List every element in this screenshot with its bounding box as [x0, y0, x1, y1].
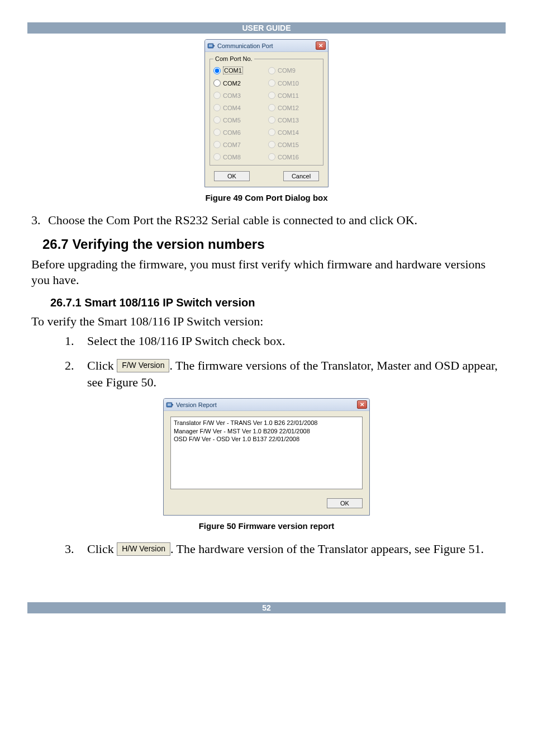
section-heading-26-7-1: 26.7.1 Smart 108/116 IP Switch version [50, 296, 502, 309]
version-text-area: Translator F/W Ver - TRANS Ver 1.0 B26 2… [170, 417, 363, 489]
comport-group: Com Port No. COM1COM9COM2COM10COM3COM11C… [210, 55, 323, 166]
app-icon [207, 42, 215, 50]
close-icon[interactable]: ✕ [357, 400, 367, 409]
comport-radio-input[interactable] [213, 67, 221, 74]
page-header: USER GUIDE [27, 22, 506, 34]
svg-rect-5 [172, 404, 173, 405]
list-item-text: Click H/W Version. The hardware version … [87, 541, 484, 557]
comport-label: COM5 [223, 117, 241, 124]
list-number: 1. [65, 333, 77, 349]
comport-radio-input [268, 153, 275, 160]
comport-radio-com2[interactable]: COM2 [213, 79, 265, 87]
list-number: 3. [31, 212, 42, 229]
comport-label: COM13 [278, 117, 299, 124]
figure-caption-50: Figure 50 Firmware version report [31, 521, 502, 531]
comport-radio-com4: COM4 [213, 104, 265, 111]
comport-label: COM8 [223, 154, 241, 160]
comport-radio-input[interactable] [213, 79, 221, 87]
svg-rect-7 [168, 405, 171, 405]
comport-radio-input [268, 129, 275, 136]
comport-radio-com1[interactable]: COM1 [213, 67, 265, 74]
svg-rect-1 [213, 45, 215, 46]
comport-label: COM10 [278, 80, 299, 87]
comport-radio-input [213, 104, 221, 111]
figure-caption-49: Figure 49 Com Port Dialog box [31, 193, 502, 202]
body-text: Before upgrading the firmware, you must … [31, 257, 502, 289]
comport-radio-com10: COM10 [268, 79, 320, 87]
comport-radio-com13: COM13 [268, 116, 320, 124]
comport-dialog: Communication Port ✕ Com Port No. COM1CO… [204, 39, 329, 187]
text-fragment: . The hardware version of the Translator… [170, 542, 484, 556]
comport-radio-input [268, 141, 275, 148]
comport-label: COM7 [223, 141, 241, 148]
comport-radio-input [268, 116, 275, 124]
comport-radio-com15: COM15 [268, 141, 320, 148]
section-heading-26-7: 26.7 Verifying the version numbers [42, 237, 502, 252]
ok-button[interactable]: OK [214, 171, 250, 181]
list-number: 2. [65, 357, 77, 374]
comport-label: COM4 [223, 105, 241, 111]
body-text: Choose the Com Port the RS232 Serial cab… [48, 212, 417, 229]
comport-radio-com5: COM5 [213, 116, 265, 124]
comport-radio-input [268, 92, 275, 99]
comport-radio-input [213, 141, 221, 148]
dialog-titlebar: Communication Port ✕ [205, 40, 328, 52]
page-footer: 52 [27, 602, 506, 613]
version-report-dialog: Version Report ✕ Translator F/W Ver - TR… [163, 398, 370, 516]
comport-radio-input [268, 104, 275, 111]
list-item-text: Click F/W Version. The firmware versions… [87, 357, 502, 390]
body-text: To verify the Smart 108/116 IP Switch ve… [31, 314, 502, 330]
comport-label: COM15 [278, 141, 299, 148]
dialog-title: Version Report [176, 401, 355, 408]
comport-radio-input [213, 153, 221, 160]
comport-radio-input [213, 116, 221, 124]
comport-label: COM3 [223, 92, 241, 99]
comport-radio-com6: COM6 [213, 129, 265, 136]
comport-radio-input [213, 129, 221, 136]
comport-radio-input [213, 92, 221, 99]
fw-version-button[interactable]: F/W Version [117, 359, 169, 372]
dialog-titlebar: Version Report ✕ [164, 399, 369, 411]
app-icon [166, 401, 174, 409]
comport-group-label: Com Port No. [213, 55, 254, 62]
hw-version-button[interactable]: H/W Version [117, 542, 170, 556]
list-number: 3. [65, 541, 77, 557]
comport-label: COM9 [278, 67, 296, 74]
comport-radio-com7: COM7 [213, 141, 265, 148]
comport-label: COM6 [223, 129, 241, 136]
cancel-button[interactable]: Cancel [283, 171, 319, 181]
comport-radio-com14: COM14 [268, 129, 320, 136]
text-fragment: Click [87, 358, 117, 372]
text-fragment: Click [87, 542, 117, 556]
comport-radio-com3: COM3 [213, 92, 265, 99]
svg-rect-2 [209, 45, 212, 45]
comport-radio-com8: COM8 [213, 153, 265, 160]
comport-label: COM2 [223, 80, 241, 87]
comport-label: COM11 [278, 92, 299, 99]
dialog-title: Communication Port [217, 42, 313, 49]
comport-radio-com12: COM12 [268, 104, 320, 111]
comport-radio-com9: COM9 [268, 67, 320, 74]
svg-rect-3 [209, 46, 212, 46]
comport-radio-input [268, 79, 275, 87]
comport-radio-input [268, 67, 275, 74]
comport-radio-com11: COM11 [268, 92, 320, 99]
comport-label: COM16 [278, 154, 299, 160]
close-icon[interactable]: ✕ [316, 41, 326, 50]
comport-radio-com16: COM16 [268, 153, 320, 160]
comport-label: COM12 [278, 105, 299, 111]
ok-button[interactable]: OK [327, 498, 363, 508]
comport-label: COM14 [278, 129, 299, 136]
comport-label: COM1 [223, 67, 243, 74]
svg-rect-6 [168, 404, 171, 404]
list-item-text: Select the 108/116 IP Switch check box. [87, 333, 285, 349]
